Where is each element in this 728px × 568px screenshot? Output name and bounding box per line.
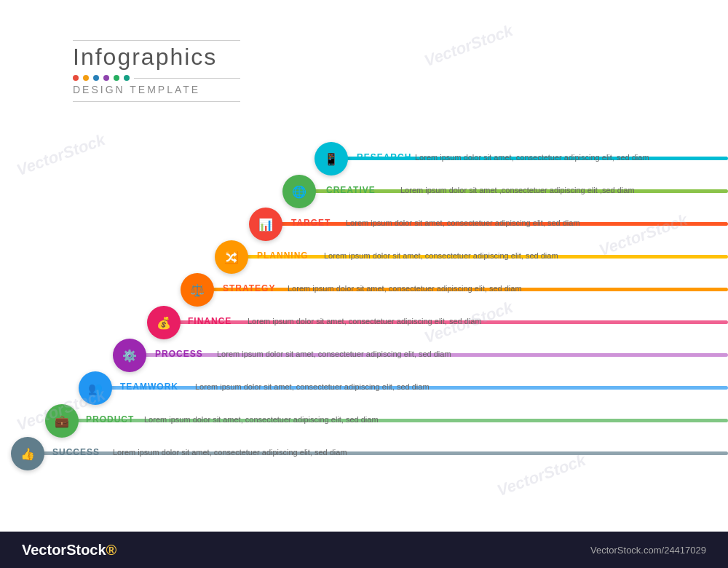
step-circle-creative: 🌐 — [282, 175, 316, 208]
step-circle-product: 💼 — [45, 404, 79, 438]
step-row-strategy: ⚖️STRATEGYLorem ipsum dolor sit amet, co… — [0, 273, 728, 307]
step-desc-creative: Lorem ipsum dolor sit amet ,consectetuer… — [400, 186, 635, 194]
step-circle-research: 📱 — [314, 142, 348, 175]
step-row-teamwork: 👥TEAMWORKLorem ipsum dolor sit amet, con… — [0, 371, 728, 405]
header: Infographics Design Template — [73, 40, 240, 102]
step-circle-planning: 🔀 — [215, 240, 248, 274]
step-desc-product: Lorem ipsum dolor sit amet, consectetuer… — [144, 415, 379, 424]
header-line-bottom — [73, 101, 240, 102]
step-label-success: SUCCESS — [52, 447, 100, 457]
dot-teal — [124, 75, 130, 81]
step-icon-process: ⚙️ — [122, 349, 137, 363]
header-dots — [73, 75, 240, 81]
step-desc-success: Lorem ipsum dolor sit amet, consectetuer… — [113, 448, 347, 457]
step-desc-strategy: Lorem ipsum dolor sit amet, consectetuer… — [288, 284, 522, 293]
step-icon-creative: 🌐 — [292, 185, 306, 199]
dot-purple — [103, 75, 109, 81]
step-desc-finance: Lorem ipsum dolor sit amet, consectetuer… — [248, 317, 482, 326]
step-label-finance: FINANCE — [188, 316, 232, 326]
step-row-success: 👍SUCCESSLorem ipsum dolor sit amet, cons… — [0, 437, 728, 470]
step-circle-finance: 💰 — [147, 306, 181, 339]
dot-line — [134, 78, 240, 79]
app-title: Infographics — [73, 44, 240, 71]
step-row-creative: 🌐CREATIVELorem ipsum dolor sit amet ,con… — [0, 175, 728, 208]
step-icon-target: 📊 — [258, 218, 273, 232]
step-label-planning: PLANNING — [257, 251, 309, 261]
step-label-process: PROCESS — [155, 349, 203, 359]
step-icon-teamwork: 👥 — [88, 382, 103, 395]
footer-brand: VectorStock® — [22, 542, 116, 559]
step-desc-planning: Lorem ipsum dolor sit amet, consectetuer… — [324, 251, 558, 260]
step-desc-teamwork: Lorem ipsum dolor sit amet, consectetuer… — [195, 382, 430, 391]
step-icon-strategy: ⚖️ — [190, 283, 205, 297]
step-circle-strategy: ⚖️ — [181, 273, 214, 307]
step-icon-success: 👍 — [20, 447, 35, 461]
watermark-1: VectorStock — [422, 21, 515, 71]
step-icon-research: 📱 — [324, 152, 339, 166]
step-circle-teamwork: 👥 — [79, 371, 112, 405]
dot-orange — [83, 75, 89, 81]
step-icon-finance: 💰 — [157, 316, 171, 330]
step-row-research: 📱RESEARCHLorem ipsum dolor sit amet, con… — [0, 142, 728, 175]
dot-blue — [93, 75, 99, 81]
step-label-product: PRODUCT — [86, 414, 134, 425]
step-circle-process: ⚙️ — [113, 339, 146, 372]
step-label-research: RESEARCH — [357, 152, 411, 162]
step-desc-research: Lorem ipsum dolor sit amet, consectetuer… — [415, 153, 649, 162]
step-icon-planning: 🔀 — [224, 251, 239, 264]
step-row-process: ⚙️PROCESSLorem ipsum dolor sit amet, con… — [0, 339, 728, 372]
dot-green — [114, 75, 119, 81]
dot-red — [73, 75, 79, 81]
step-label-target: TARGET — [291, 218, 331, 228]
step-circle-target: 📊 — [249, 208, 282, 241]
header-line-top — [73, 40, 240, 41]
step-row-planning: 🔀PLANNINGLorem ipsum dolor sit amet, con… — [0, 240, 728, 274]
header-subtitle: Design Template — [73, 84, 240, 95]
step-label-creative: CREATIVE — [326, 185, 376, 195]
step-desc-target: Lorem ipsum dolor sit amet, consectetuer… — [346, 218, 580, 227]
step-row-target: 📊TARGETLorem ipsum dolor sit amet, conse… — [0, 208, 728, 241]
footer-url: VectorStock.com/24417029 — [590, 545, 706, 556]
step-desc-process: Lorem ipsum dolor sit amet, consectetuer… — [217, 350, 451, 358]
step-label-strategy: STRATEGY — [223, 283, 275, 293]
step-label-teamwork: TEAMWORK — [120, 382, 178, 392]
step-row-finance: 💰FINANCELorem ipsum dolor sit amet, cons… — [0, 306, 728, 339]
step-circle-success: 👍 — [11, 437, 44, 470]
step-row-product: 💼PRODUCTLorem ipsum dolor sit amet, cons… — [0, 404, 728, 438]
step-icon-product: 💼 — [55, 414, 69, 428]
footer: VectorStock® VectorStock.com/24417029 — [0, 532, 728, 568]
footer-symbol: ® — [106, 542, 117, 558]
